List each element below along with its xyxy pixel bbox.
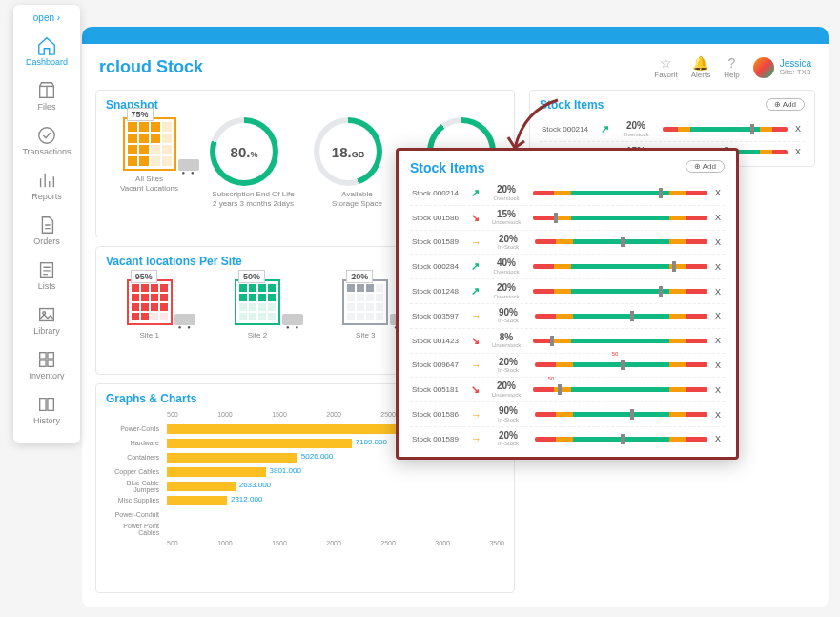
bar-category: Blue Cable Jumpers [106,480,163,493]
sidebar-item-label: Inventory [29,371,64,380]
remove-row-button[interactable]: X [713,213,723,222]
stock-pct: 90% [487,308,529,319]
bar-category: Copper Cables [106,468,163,475]
stock-slider[interactable]: 50 [533,387,707,392]
remove-row-button[interactable]: X [713,188,723,197]
stock-pct: 20% [485,283,527,294]
sidebar-item-inventory[interactable]: Inventory [13,342,80,387]
stock-slider[interactable] [535,412,707,417]
stock-slider[interactable] [535,239,707,244]
bar-value: 2633.000 [239,481,271,489]
slider-badge: 50 [547,376,556,381]
snapshot-storage: 18.GB AvailableStorage Space [314,117,400,209]
remove-row-button[interactable]: X [713,360,723,370]
user-menu[interactable]: Jessica Site: TX3 [753,57,811,78]
svg-rect-3 [40,309,54,321]
alerts-button[interactable]: 🔔Alerts [691,55,710,79]
trend-down-icon: ↘ [471,335,480,347]
sidebar-item-label: Files [37,102,55,112]
vacant-panel: Vacant locations Per Site 95%Site 150%Si… [95,246,420,375]
sidebar-item-transactions[interactable]: Transactions [13,118,80,163]
stock-name: Stock 001589 [412,435,465,443]
add-stock-button[interactable]: ⊕ Add [686,160,725,173]
sidebar-item-lists[interactable]: Lists [13,253,80,298]
slider-handle[interactable] [672,261,676,272]
check-icon [36,125,57,144]
help-button[interactable]: ?Help [724,55,739,79]
svg-point-1 [39,128,55,144]
vacant-site-2: 50%Site 2 [235,279,280,339]
axis-tick: 2500 [380,411,396,418]
stock-status: Understock [485,342,527,348]
stock-pct: 20% [485,185,527,195]
sidebar-item-dashboard[interactable]: Dashboard [13,29,80,73]
remove-row-button[interactable]: X [713,434,723,443]
sidebar-item-library[interactable]: Library [13,298,80,342]
stock-row: Stock 001586 ↘ 15%Understock X [410,206,725,231]
stock-slider[interactable] [535,437,707,442]
stock-pct: 8% [485,333,527,343]
bar-category: Power-Cords [106,425,163,432]
remove-row-button[interactable]: X [713,262,723,272]
trend-flat-icon: → [471,237,481,248]
sidebar-open[interactable]: open › [13,12,80,23]
stock-pct: 40% [485,258,527,269]
remove-row-button[interactable]: X [713,410,723,420]
slider-handle[interactable] [659,286,663,297]
stock-slider[interactable] [533,289,707,294]
stock-status: In-Stock [487,244,529,250]
slider-handle[interactable] [659,188,663,198]
chart-bar-row: Power Point Cables [106,522,504,536]
slider-handle[interactable] [558,384,562,395]
stock-slider[interactable] [535,314,707,319]
add-stock-button-small[interactable]: ⊕ Add [766,98,805,111]
sidebar-item-label: Lists [38,281,56,291]
remove-row-button[interactable]: X [713,287,723,297]
slider-handle[interactable] [621,360,625,370]
bar-category: Containers [106,454,163,461]
svg-rect-5 [40,353,46,359]
stock-pct: 20% [487,235,529,245]
stock-slider[interactable] [663,127,788,132]
slider-handle[interactable] [621,434,625,444]
user-site: Site: TX3 [780,69,811,77]
remove-row-button[interactable]: X [793,124,803,134]
stock-row: Stock 000214 ↗ 20%Overstock X [410,181,725,206]
sidebar-item-orders[interactable]: Orders [13,208,80,253]
sidebar-item-reports[interactable]: Reports [13,163,80,208]
stock-pct: 20% [487,431,529,442]
sidebar-item-files[interactable]: Files [13,73,80,118]
axis-tick: 2000 [326,540,341,546]
remove-row-button[interactable]: X [713,237,723,247]
stock-slider[interactable] [533,339,707,343]
remove-row-button[interactable]: X [713,336,723,345]
trend-up-icon: ↗ [471,187,480,199]
stock-row: Stock 000214 ↗ 20%Overstock X [540,117,805,142]
stock-name: Stock 001589 [412,237,465,246]
bell-icon: 🔔 [692,55,708,71]
stock-overlay-title: Stock Items [410,160,725,175]
slider-handle[interactable] [630,409,634,420]
slider-handle[interactable] [750,124,754,134]
favorit-button[interactable]: ☆Favorit [654,55,677,79]
remove-row-button[interactable]: X [713,385,723,395]
stock-slider[interactable] [533,191,707,195]
slider-handle[interactable] [550,336,554,346]
remove-row-button[interactable]: X [713,311,723,320]
image-icon [36,304,57,323]
home-icon [36,35,57,54]
slider-handle[interactable] [630,311,634,321]
remove-row-button[interactable]: X [793,147,803,156]
sidebar-item-history[interactable]: History [13,387,80,432]
stock-status: Overstock [485,294,527,299]
slider-handle[interactable] [621,237,625,247]
stock-name: Stock 000284 [412,262,465,271]
stock-status: Overstock [615,132,657,137]
bar-value: 2312.000 [231,495,262,504]
stock-status: In-Stock [487,441,529,446]
stock-slider[interactable]: 50 [535,362,707,367]
stock-row: Stock 000284 ↗ 40%Overstock X [410,255,725,279]
stock-slider[interactable] [533,216,707,220]
slider-handle[interactable] [554,213,558,223]
stock-slider[interactable] [533,264,707,269]
